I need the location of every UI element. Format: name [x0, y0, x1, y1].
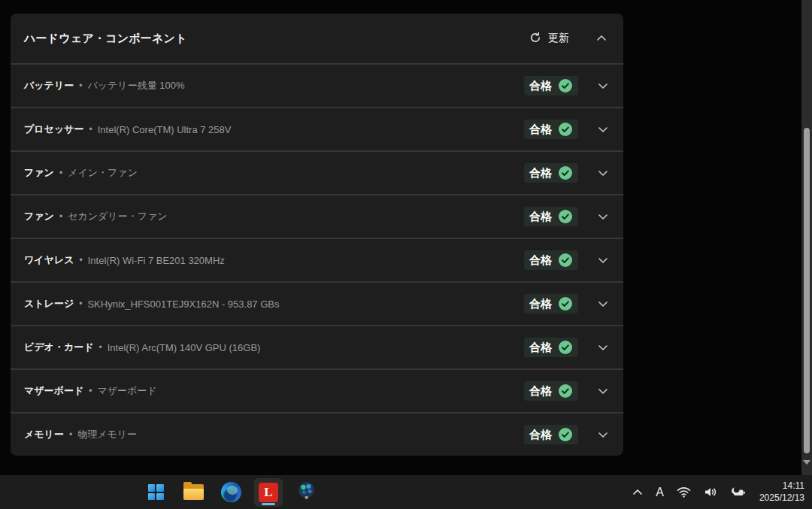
row-label: メモリー: [24, 428, 64, 441]
check-circle-icon: [558, 340, 573, 355]
hardware-row-wireless[interactable]: ワイヤレス • Intel(R) Wi-Fi 7 BE201 320MHz 合格: [11, 238, 623, 281]
hardware-row-battery[interactable]: バッテリー • バッテリー残量 100% 合格: [11, 63, 623, 107]
taskbar: L A 14:11 2025/12/13: [0, 475, 812, 509]
status-label: 合格: [529, 384, 552, 398]
refresh-icon: [529, 32, 541, 46]
status-label: 合格: [529, 79, 552, 93]
row-label: ストレージ: [24, 297, 74, 311]
status-label: 合格: [529, 297, 552, 311]
chevron-up-icon[interactable]: [596, 34, 607, 43]
chevron-down-icon[interactable]: [598, 125, 608, 134]
check-circle-icon: [558, 253, 573, 268]
active-app-indicator: [262, 503, 275, 505]
status-badge: 合格: [524, 120, 578, 139]
row-label: ワイヤレス: [24, 253, 74, 267]
dot-separator: •: [89, 386, 92, 396]
chevron-down-icon[interactable]: [598, 343, 608, 352]
row-label: ファン: [24, 166, 54, 180]
hardware-row-processor[interactable]: プロセッサー • Intel(R) Core(TM) Ultra 7 258V …: [11, 107, 623, 150]
dot-separator: •: [79, 298, 82, 309]
dot-separator: •: [79, 80, 82, 91]
chevron-down-icon[interactable]: [598, 81, 608, 90]
clock-time: 14:11: [759, 480, 804, 492]
volume-icon[interactable]: [701, 484, 720, 500]
status-label: 合格: [529, 166, 552, 180]
row-label: プロセッサー: [24, 123, 84, 136]
status-badge: 合格: [524, 425, 578, 444]
chevron-down-icon[interactable]: [598, 212, 608, 221]
row-label: ビデオ・カード: [24, 341, 94, 354]
hardware-row-motherboard[interactable]: マザーボード • マザーボード 合格: [11, 368, 623, 412]
system-tray: A 14:11 2025/12/13: [630, 475, 804, 509]
hardware-row-storage[interactable]: ストレージ • SKHynix_HFS001TEJ9X162N - 953.87…: [11, 281, 623, 325]
row-description: マザーボード: [97, 384, 524, 398]
dot-separator: •: [89, 124, 92, 135]
status-label: 合格: [529, 210, 552, 224]
dot-separator: •: [80, 255, 83, 265]
row-label: ファン: [24, 210, 54, 223]
check-circle-icon: [558, 383, 573, 398]
row-description: Intel(R) Core(TM) Ultra 7 258V: [98, 124, 524, 135]
status-badge: 合格: [524, 338, 578, 357]
start-button[interactable]: [141, 478, 170, 507]
hardware-row-fan-main[interactable]: ファン • メイン・ファン 合格: [11, 150, 623, 194]
clock-date: 2025/12/13: [759, 492, 804, 504]
hardware-row-video-card[interactable]: ビデオ・カード • Intel(R) Arc(TM) 140V GPU (16G…: [11, 325, 623, 368]
status-label: 合格: [529, 428, 552, 442]
dot-separator: •: [69, 429, 72, 440]
status-label: 合格: [529, 341, 552, 355]
row-description: 物理メモリー: [77, 428, 524, 441]
edge-browser-button[interactable]: [217, 478, 245, 507]
check-circle-icon: [558, 209, 573, 224]
status-badge: 合格: [524, 294, 578, 314]
check-circle-icon: [558, 122, 573, 137]
battery-saver-icon[interactable]: [728, 484, 748, 500]
row-description: セカンダリー・ファン: [68, 210, 524, 223]
row-description: Intel(R) Wi-Fi 7 BE201 320MHz: [88, 255, 524, 266]
paint-button[interactable]: [292, 478, 320, 507]
scrollbar-arrow-down-icon[interactable]: [803, 459, 810, 466]
scrollbar-thumb[interactable]: [804, 128, 810, 453]
row-description: Intel(R) Arc(TM) 140V GPU (16GB): [108, 342, 524, 353]
paint-palette-icon: [296, 480, 317, 504]
hardware-row-memory[interactable]: メモリー • 物理メモリー 合格: [11, 412, 623, 456]
hardware-components-panel: ハードウェア・コンポーネント 更新 バッテリー • バッテリー残量 100% 合…: [11, 14, 623, 456]
row-label: バッテリー: [24, 79, 74, 92]
dot-separator: •: [99, 342, 102, 353]
windows-logo-icon: [148, 484, 164, 500]
check-circle-icon: [558, 427, 573, 442]
dot-separator: •: [59, 211, 62, 222]
chevron-down-icon[interactable]: [598, 299, 608, 308]
lenovo-app-icon: L: [259, 483, 278, 502]
hidden-icons-chevron-up-icon[interactable]: [630, 486, 645, 498]
taskbar-icons: L: [141, 475, 320, 509]
file-explorer-button[interactable]: [179, 478, 208, 507]
status-label: 合格: [529, 253, 552, 268]
chevron-down-icon[interactable]: [598, 430, 608, 439]
chevron-down-icon[interactable]: [598, 256, 608, 265]
dot-separator: •: [59, 168, 62, 178]
refresh-label: 更新: [548, 32, 569, 45]
chevron-down-icon[interactable]: [598, 168, 608, 177]
ime-mode-indicator[interactable]: A: [653, 483, 666, 501]
status-badge: 合格: [524, 250, 578, 270]
row-description: メイン・ファン: [68, 166, 524, 180]
wifi-icon[interactable]: [674, 484, 693, 500]
diagnostics-app-button[interactable]: L: [254, 478, 283, 507]
clock[interactable]: 14:11 2025/12/13: [759, 480, 804, 504]
row-description: バッテリー残量 100%: [87, 79, 524, 92]
hardware-row-fan-secondary[interactable]: ファン • セカンダリー・ファン 合格: [11, 194, 623, 238]
panel-header: ハードウェア・コンポーネント 更新: [11, 14, 623, 63]
status-badge: 合格: [524, 76, 578, 95]
check-circle-icon: [558, 296, 573, 311]
check-circle-icon: [558, 78, 573, 93]
row-description: SKHynix_HFS001TEJ9X162N - 953.87 GBs: [87, 298, 524, 310]
panel-title: ハードウェア・コンポーネント: [24, 32, 529, 46]
status-badge: 合格: [524, 207, 578, 226]
folder-icon: [183, 484, 204, 500]
refresh-button[interactable]: 更新: [529, 32, 569, 46]
check-circle-icon: [558, 165, 573, 180]
chevron-down-icon[interactable]: [598, 386, 608, 395]
status-badge: 合格: [524, 381, 578, 401]
status-badge: 合格: [524, 163, 578, 183]
